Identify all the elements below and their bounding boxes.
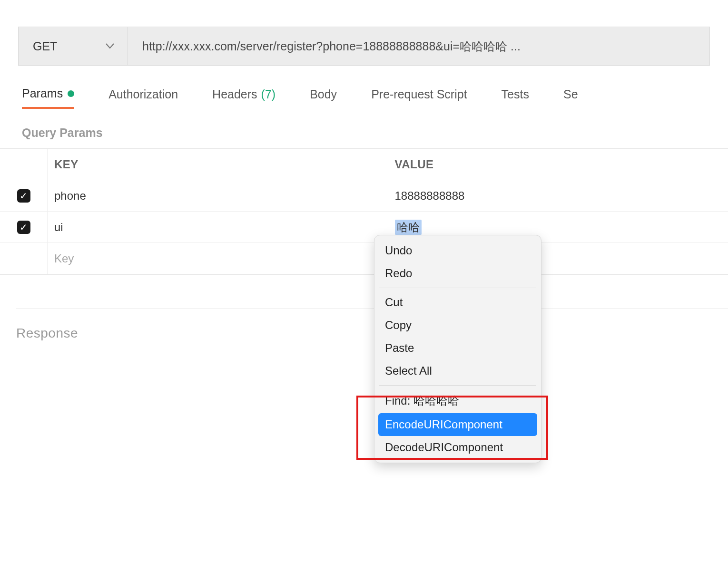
- check-icon: ✓: [20, 191, 28, 201]
- context-menu-decode-uri-component[interactable]: DecodeURIComponent: [374, 436, 541, 459]
- row-enabled-checkbox[interactable]: ✓: [17, 221, 30, 234]
- tab-body[interactable]: Body: [310, 87, 337, 109]
- context-menu: Undo Redo Cut Copy Paste Select All Find…: [374, 235, 541, 463]
- context-menu-redo[interactable]: Redo: [374, 262, 541, 285]
- tab-params-label: Params: [22, 87, 63, 100]
- selected-text: 哈哈: [395, 220, 422, 235]
- tab-pre-request-script-label: Pre-request Script: [371, 87, 467, 101]
- params-row-checkbox-cell: [0, 243, 48, 274]
- tab-params[interactable]: Params: [22, 87, 74, 109]
- query-params-table: KEY VALUE ✓ phone 18888888888 ✓ ui 哈哈: [0, 148, 728, 275]
- context-menu-copy[interactable]: Copy: [374, 314, 541, 337]
- param-key-cell[interactable]: phone: [48, 180, 388, 211]
- response-section-label: Response: [16, 308, 728, 341]
- app-root: GET Params Authorization Headers (7) Bod…: [0, 27, 728, 562]
- param-key-cell[interactable]: [48, 243, 388, 274]
- tab-pre-request-script[interactable]: Pre-request Script: [371, 87, 467, 109]
- param-key-cell[interactable]: ui: [48, 212, 388, 242]
- params-row: ✓ phone 18888888888: [0, 180, 728, 212]
- context-menu-separator: [379, 288, 536, 288]
- chevron-down-icon: [106, 43, 114, 49]
- http-method-label: GET: [33, 39, 57, 53]
- tab-headers[interactable]: Headers (7): [212, 87, 275, 109]
- tab-settings-label: Se: [563, 87, 578, 101]
- http-method-select[interactable]: GET: [19, 27, 128, 65]
- param-value-cell[interactable]: 18888888888: [388, 180, 728, 211]
- params-header-spacer: [0, 149, 48, 180]
- request-tabs: Params Authorization Headers (7) Body Pr…: [0, 87, 728, 109]
- tab-tests-label: Tests: [502, 87, 529, 101]
- check-icon: ✓: [20, 223, 28, 232]
- query-params-label: Query Params: [22, 126, 728, 140]
- tab-body-label: Body: [310, 87, 337, 101]
- context-menu-separator: [379, 385, 536, 386]
- new-param-key-input[interactable]: [54, 252, 381, 265]
- headers-count: (7): [261, 87, 276, 101]
- context-menu-encode-uri-component[interactable]: EncodeURIComponent: [378, 413, 537, 436]
- request-url-input[interactable]: [128, 27, 709, 65]
- params-row-new: [0, 243, 728, 274]
- context-menu-undo[interactable]: Undo: [374, 239, 541, 262]
- params-row-checkbox-cell: ✓: [0, 212, 48, 242]
- params-row-checkbox-cell: ✓: [0, 180, 48, 211]
- context-menu-cut[interactable]: Cut: [374, 291, 541, 314]
- params-active-indicator-icon: [68, 90, 74, 97]
- params-header-key: KEY: [48, 149, 388, 180]
- tab-tests[interactable]: Tests: [502, 87, 529, 109]
- context-menu-paste[interactable]: Paste: [374, 337, 541, 359]
- context-menu-select-all[interactable]: Select All: [374, 359, 541, 382]
- params-table-header: KEY VALUE: [0, 149, 728, 180]
- request-bar: GET: [18, 27, 710, 66]
- context-menu-find[interactable]: Find: 哈哈哈哈: [374, 388, 541, 413]
- params-row: ✓ ui 哈哈: [0, 212, 728, 243]
- tab-settings[interactable]: Se: [563, 87, 578, 109]
- row-enabled-checkbox[interactable]: ✓: [17, 189, 30, 203]
- tab-authorization[interactable]: Authorization: [108, 87, 178, 109]
- params-header-value: VALUE: [388, 149, 728, 180]
- tab-headers-label: Headers: [212, 87, 257, 101]
- tab-authorization-label: Authorization: [108, 87, 178, 101]
